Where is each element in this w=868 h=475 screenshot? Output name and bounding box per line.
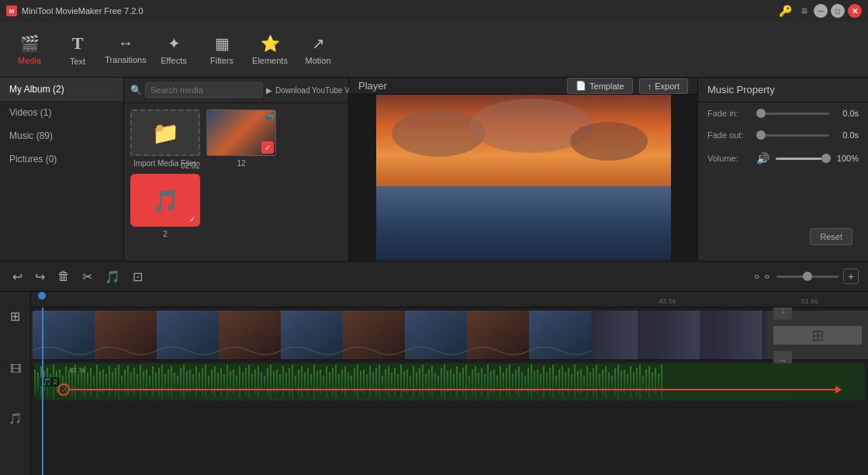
svg-rect-9 [157, 310, 219, 359]
zoom-control: ⚬⚬ + [752, 269, 859, 284]
media-item-video-12[interactable]: 📹 ✓ 12 [206, 109, 276, 168]
media-item-music-2[interactable]: 02:02 🎵 ✓ 2 [130, 174, 200, 238]
motion-label: Motion [305, 56, 330, 65]
filmstrip-svg [33, 310, 866, 359]
thumb-preview-icon: ⊞ [811, 326, 825, 345]
music-thumb: 🎵 ✓ [130, 174, 200, 227]
sidebar-item-music[interactable]: Music (89) [0, 124, 123, 147]
toolbar-item-elements[interactable]: ⭐ Elements [247, 25, 293, 75]
player-panel: Player 📄 Template ↑ Export [349, 78, 697, 261]
pin-icon[interactable]: 🔑 [776, 3, 795, 19]
video-12-label: 12 [237, 159, 245, 168]
zoom-add-button[interactable]: + [843, 269, 859, 284]
media-item-import[interactable]: 📁 Import Media Files [130, 109, 200, 168]
arrow-head [835, 386, 842, 394]
timeline-tracks: 0.1X ⊞ ↓ ⊞ → [31, 307, 868, 475]
music-2-label: 2 [163, 230, 168, 238]
volume-row: Volume: 🔊 100% [698, 146, 868, 171]
svg-rect-10 [219, 310, 281, 359]
motion-icon: ↗ [312, 34, 325, 53]
main-area: My Album (2) Videos (1) Music (89) Pictu… [0, 78, 868, 261]
ruler-mark-1: 43.5s [659, 297, 676, 305]
volume-fill-bar [776, 158, 821, 160]
fade-out-slider[interactable] [756, 134, 829, 137]
fade-out-label: Fade out: [707, 130, 750, 140]
elements-icon: ⭐ [261, 34, 280, 53]
svg-rect-6 [500, 194, 547, 259]
video-camera-icon: 📹 [265, 112, 274, 120]
toolbar-item-transitions[interactable]: ↔ Transitions [102, 25, 149, 75]
fade-out-value: 0.0s [835, 130, 859, 140]
audio-duration: 43.7s [68, 366, 85, 374]
svg-rect-12 [343, 310, 405, 359]
menu-icon[interactable]: ≡ [798, 3, 811, 19]
volume-value: 100% [835, 154, 859, 163]
audio-track-container: 🎵 2 43.7s ⤢ [33, 363, 866, 400]
media-grid: 📁 Import Media Files 📹 ✓ 12 02:02 🎵 ✓ [124, 103, 348, 261]
maximize-button[interactable]: □ [831, 4, 845, 18]
template-button[interactable]: 📄 Template [567, 78, 633, 94]
effects-icon: ✦ [168, 34, 181, 53]
close-button[interactable]: ✕ [848, 4, 862, 18]
toolbar-item-filters[interactable]: ▦ Filters [199, 25, 245, 75]
toolbar-item-effects[interactable]: ✦ Effects [150, 25, 197, 75]
delete-button[interactable]: 🗑 [54, 268, 73, 285]
right-panel: Music Property Fade in: 0.0s Fade out: 0… [697, 78, 868, 261]
title-bar-controls: 🔑 ≡ ─ □ ✕ [776, 3, 862, 19]
media-label: Media [18, 56, 41, 65]
svg-point-2 [392, 110, 485, 157]
elements-label: Elements [252, 56, 288, 65]
minimize-button[interactable]: ─ [814, 4, 828, 18]
audio-button[interactable]: 🎵 [102, 268, 123, 286]
timeline-cursor [42, 307, 43, 475]
volume-property-slider[interactable] [776, 158, 829, 160]
zoom-knob [803, 272, 812, 281]
sidebar-item-my-album[interactable]: My Album (2) [0, 78, 123, 101]
player-video [349, 95, 697, 261]
edit-toolbar: ↩ ↪ 🗑 ✂ 🎵 ⊡ ⚬⚬ + [0, 261, 868, 292]
transitions-label: Transitions [105, 55, 146, 64]
zoom-slider[interactable] [776, 276, 839, 278]
media-panel: 🔍 ▶ Download YouTube Videos 📁 Import Med… [124, 78, 349, 261]
left-panel: My Album (2) Videos (1) Music (89) Pictu… [0, 78, 124, 261]
fade-in-slider[interactable] [756, 113, 829, 115]
volume-label: Volume: [707, 154, 750, 163]
undo-button[interactable]: ↩ [9, 268, 26, 286]
red-circle-left[interactable]: ⤢ [57, 383, 70, 396]
app-logo: M [6, 5, 17, 16]
app-title: MiniTool MovieMaker Free 7.2.0 [22, 6, 144, 16]
volume-icon: 🔊 [756, 152, 769, 165]
arrow-line [70, 389, 835, 390]
sidebar-item-pictures[interactable]: Pictures (0) [0, 147, 123, 171]
sidebar-item-videos[interactable]: Videos (1) [0, 101, 123, 124]
export-icon: ↑ [648, 81, 652, 91]
crop-button[interactable]: ⊡ [130, 268, 146, 286]
export-button[interactable]: ↑ Export [639, 78, 688, 94]
thumb-down-button[interactable]: ↓ [773, 307, 792, 320]
toolbar-item-text[interactable]: T Text [54, 25, 101, 75]
svg-point-5 [562, 188, 609, 206]
fade-in-value: 0.0s [835, 109, 859, 118]
svg-rect-8 [95, 310, 157, 359]
audio-music-icon: 🎵 [43, 378, 51, 386]
audio-track[interactable]: 🎵 2 43.7s ⤢ [34, 363, 865, 400]
import-thumb: 📁 [130, 109, 200, 156]
video-track-content [33, 310, 866, 359]
fade-in-row: Fade in: 0.0s [698, 102, 868, 124]
video-track[interactable]: 0.1X ⊞ ↓ ⊞ → [31, 310, 868, 360]
video-track-icon: 🎞 [10, 362, 21, 375]
add-media-button[interactable]: ⊞ [7, 307, 23, 325]
volume-property-knob [821, 154, 831, 163]
svg-rect-14 [467, 310, 529, 359]
redo-button[interactable]: ↪ [32, 268, 48, 286]
search-icon: 🔍 [130, 85, 142, 95]
text-icon: T [72, 33, 84, 54]
search-input[interactable] [145, 82, 263, 98]
timeline-main: 43.5s 51.6s [31, 292, 868, 475]
toolbar-item-motion[interactable]: ↗ Motion [295, 25, 341, 75]
reset-button[interactable]: Reset [810, 228, 852, 245]
transitions-icon: ↔ [118, 34, 133, 52]
svg-rect-15 [529, 310, 591, 359]
cut-button[interactable]: ✂ [79, 268, 95, 286]
toolbar-item-media[interactable]: 🎬 Media [6, 25, 53, 75]
